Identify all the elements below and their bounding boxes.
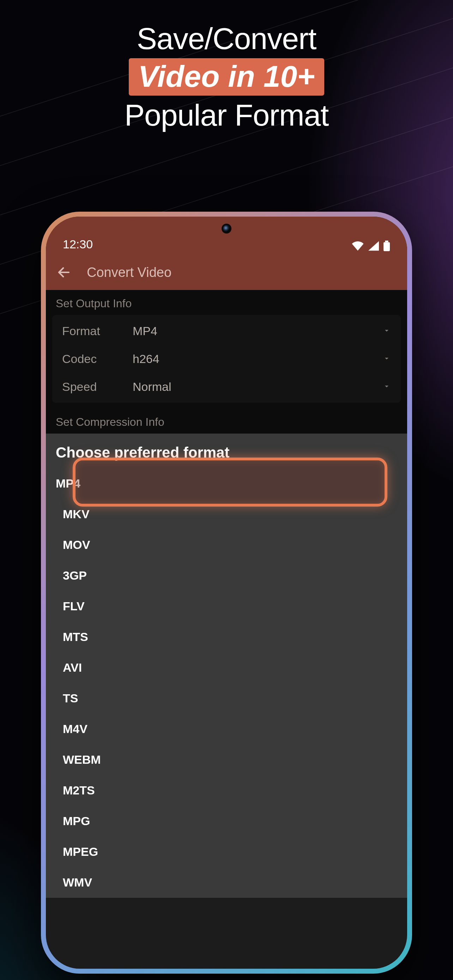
speed-label: Speed xyxy=(62,380,133,394)
format-option-wmv[interactable]: WMV xyxy=(46,867,407,898)
speed-row[interactable]: Speed Normal xyxy=(52,373,401,401)
status-time: 12:30 xyxy=(63,237,93,251)
format-option-ts[interactable]: TS xyxy=(46,683,407,714)
codec-row[interactable]: Codec h264 xyxy=(52,345,401,373)
format-option-flv[interactable]: FLV xyxy=(46,591,407,622)
format-option-mkv[interactable]: MKV xyxy=(46,499,407,530)
headline-line-1: Save/Convert xyxy=(0,21,453,56)
format-option-mov[interactable]: MOV xyxy=(46,530,407,560)
format-value: MP4 xyxy=(133,324,382,338)
chevron-down-icon xyxy=(382,354,391,364)
codec-label: Codec xyxy=(62,352,133,366)
format-option-avi[interactable]: AVI xyxy=(46,652,407,683)
format-option-m2ts[interactable]: M2TS xyxy=(46,775,407,806)
format-option-m4v[interactable]: M4V xyxy=(46,714,407,745)
app-bar: Convert Video xyxy=(46,255,407,290)
marketing-headline: Save/Convert Video in 10+ Popular Format xyxy=(0,21,453,133)
battery-icon xyxy=(383,240,390,251)
svg-rect-0 xyxy=(385,240,388,242)
back-button[interactable] xyxy=(56,265,71,280)
format-sheet: Choose preferred format MP4MKVMOV3GPFLVM… xyxy=(46,434,407,898)
wifi-icon xyxy=(351,241,364,251)
format-option-3gp[interactable]: 3GP xyxy=(46,560,407,591)
format-row[interactable]: Format MP4 xyxy=(52,317,401,345)
format-label: Format xyxy=(62,324,133,338)
format-option-webm[interactable]: WEBM xyxy=(46,745,407,775)
sheet-title: Choose preferred format xyxy=(46,434,407,468)
status-bar: 12:30 xyxy=(46,216,407,255)
chevron-down-icon xyxy=(382,326,391,336)
format-option-mp4[interactable]: MP4 xyxy=(46,468,407,499)
codec-value: h264 xyxy=(133,352,382,366)
output-card: Format MP4 Codec h264 Spee xyxy=(52,315,401,403)
section-compression-title: Set Compression Info xyxy=(46,409,407,434)
front-camera xyxy=(222,224,231,234)
phone-screen: 12:30 Convert Video xyxy=(46,216,407,969)
headline-highlight: Video in 10+ xyxy=(129,58,324,96)
chevron-down-icon xyxy=(382,382,391,392)
page-title: Convert Video xyxy=(87,265,172,280)
signal-icon xyxy=(368,241,379,251)
section-output-title: Set Output Info xyxy=(46,290,407,315)
speed-value: Normal xyxy=(133,380,382,394)
svg-rect-1 xyxy=(383,242,390,251)
headline-line-3: Popular Format xyxy=(0,98,453,133)
format-option-mpeg[interactable]: MPEG xyxy=(46,837,407,867)
format-option-mts[interactable]: MTS xyxy=(46,622,407,652)
phone-frame: 12:30 Convert Video xyxy=(41,212,412,974)
format-option-mpg[interactable]: MPG xyxy=(46,806,407,837)
